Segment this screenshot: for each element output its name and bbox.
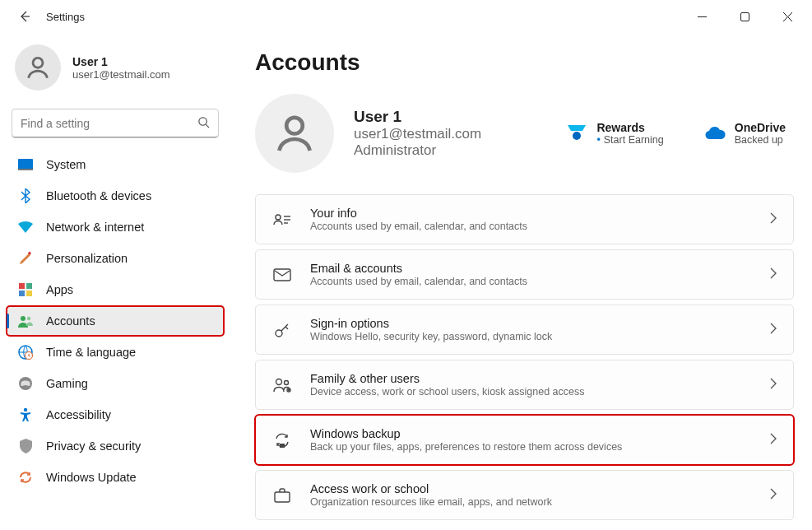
svg-point-28 (276, 379, 282, 384)
card-family-users[interactable]: Family & other users Device access, work… (255, 360, 794, 410)
titlebar: Settings (0, 0, 812, 33)
chevron-right-icon (769, 323, 777, 337)
sidebar-item-label: Privacy & security (46, 439, 141, 453)
card-windows-backup[interactable]: Windows backup Back up your files, apps,… (255, 415, 794, 465)
card-sub: Organization resources like email, apps,… (310, 496, 751, 508)
back-button[interactable] (13, 5, 36, 28)
your-info-icon (272, 210, 292, 230)
sidebar-item-time[interactable]: Time & language (7, 337, 224, 367)
sidebar-item-privacy[interactable]: Privacy & security (7, 431, 224, 461)
sidebar-item-accounts[interactable]: Accounts (7, 306, 224, 336)
sidebar-item-label: Time & language (46, 346, 136, 359)
svg-point-27 (276, 330, 282, 337)
apps-icon (18, 282, 33, 297)
svg-point-22 (276, 215, 281, 220)
svg-rect-11 (26, 283, 32, 289)
sidebar-item-bluetooth[interactable]: Bluetooth & devices (7, 181, 224, 211)
card-sub: Accounts used by email, calendar, and co… (310, 276, 751, 287)
maximize-button[interactable] (726, 3, 763, 30)
maximize-icon (740, 12, 749, 21)
sidebar-item-label: Gaming (46, 377, 88, 390)
rewards-widget[interactable]: Rewards •Start Earning (565, 121, 663, 146)
sidebar-item-system[interactable]: System (7, 150, 224, 179)
card-title: Windows backup (310, 427, 751, 440)
card-signin-options[interactable]: Sign-in options Windows Hello, security … (255, 305, 794, 355)
minimize-icon (698, 12, 707, 21)
svg-point-21 (573, 132, 581, 140)
card-title: Family & other users (310, 372, 751, 385)
sidebar-item-update[interactable]: Windows Update (7, 463, 224, 492)
svg-rect-7 (18, 159, 33, 170)
onedrive-sub: Backed up (735, 134, 786, 146)
shield-icon (18, 439, 33, 453)
accounts-icon (18, 314, 33, 328)
card-email-accounts[interactable]: Email & accounts Accounts used by email,… (255, 249, 794, 300)
minimize-button[interactable] (684, 3, 720, 30)
sidebar-profile[interactable]: User 1 user1@testmail.com (7, 38, 224, 105)
accessibility-icon (18, 407, 33, 422)
card-sub: Device access, work or school users, kio… (310, 386, 751, 398)
sidebar-item-gaming[interactable]: Gaming (7, 369, 224, 398)
clock-globe-icon (18, 345, 33, 360)
person-icon (24, 53, 52, 81)
svg-point-14 (21, 316, 26, 321)
svg-rect-13 (26, 291, 32, 296)
arrow-left-icon (18, 10, 31, 23)
rewards-title: Rewards (596, 121, 663, 134)
main-panel: Accounts User 1 user1@testmail.com Admin… (230, 33, 812, 530)
close-icon (783, 12, 792, 21)
svg-point-5 (199, 118, 206, 125)
svg-rect-33 (280, 444, 285, 448)
account-avatar[interactable] (255, 94, 334, 173)
chevron-right-icon (769, 212, 777, 226)
sidebar: User 1 user1@testmail.com System Bluetoo… (0, 33, 230, 530)
sidebar-item-label: Network & internet (46, 221, 144, 234)
profile-name: User 1 (72, 55, 170, 68)
svg-rect-1 (740, 12, 749, 21)
sidebar-item-apps[interactable]: Apps (7, 275, 224, 305)
sidebar-item-personalization[interactable]: Personalization (7, 244, 224, 273)
chevron-right-icon (769, 267, 777, 281)
card-title: Your info (310, 207, 751, 220)
card-your-info[interactable]: Your info Accounts used by email, calend… (255, 194, 794, 244)
chevron-right-icon (769, 433, 777, 447)
page-title: Accounts (255, 49, 794, 76)
sidebar-item-label: Personalization (46, 252, 128, 265)
system-icon (18, 157, 33, 172)
close-button[interactable] (769, 3, 805, 30)
onedrive-title: OneDrive (735, 121, 786, 134)
gaming-icon (18, 376, 33, 391)
svg-point-19 (24, 408, 27, 411)
svg-rect-26 (274, 269, 290, 281)
account-role: Administrator (354, 142, 543, 159)
settings-cards: Your info Accounts used by email, calend… (255, 194, 794, 520)
brush-icon (18, 251, 33, 266)
svg-point-15 (27, 317, 30, 320)
sidebar-item-label: System (46, 158, 86, 171)
svg-line-6 (206, 124, 209, 128)
svg-rect-8 (18, 169, 33, 170)
sidebar-item-label: Accounts (46, 314, 95, 328)
onedrive-widget[interactable]: OneDrive Backed up (703, 121, 786, 146)
svg-rect-34 (275, 492, 290, 502)
backup-icon (272, 430, 292, 450)
wifi-icon (18, 220, 33, 235)
chevron-right-icon (769, 378, 777, 392)
search-box[interactable] (12, 109, 219, 138)
search-input[interactable] (21, 117, 197, 130)
sidebar-item-label: Accessibility (46, 408, 111, 421)
avatar (15, 44, 61, 91)
sidebar-item-accessibility[interactable]: Accessibility (7, 400, 224, 430)
card-sub: Windows Hello, security key, password, d… (310, 331, 751, 342)
card-title: Access work or school (310, 482, 751, 495)
people-icon (272, 375, 292, 395)
mail-icon (272, 265, 292, 285)
person-icon (271, 110, 318, 156)
sidebar-item-network[interactable]: Network & internet (7, 212, 224, 242)
rewards-icon (565, 121, 588, 144)
profile-email: user1@testmail.com (72, 68, 170, 81)
account-header: User 1 user1@testmail.com Administrator … (255, 94, 794, 173)
svg-point-4 (33, 58, 43, 67)
card-work-school[interactable]: Access work or school Organization resou… (255, 470, 794, 520)
sidebar-item-label: Apps (46, 283, 73, 296)
